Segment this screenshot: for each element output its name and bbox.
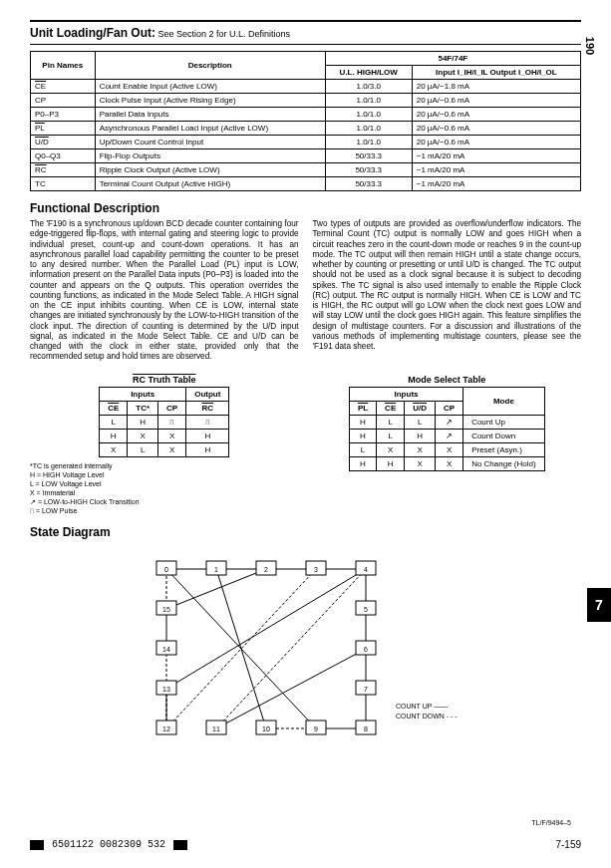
svg-text:9: 9	[314, 725, 318, 732]
svg-text:15: 15	[162, 606, 170, 613]
svg-line-13	[166, 569, 366, 689]
col-group: 54F/74F	[325, 52, 580, 66]
page-footer: 6501122 0082309 532 7-159	[30, 839, 581, 850]
mode-inputs-h: Inputs	[349, 387, 462, 401]
svg-text:12: 12	[162, 725, 170, 732]
section-title: Unit Loading/Fan Out: See Section 2 for …	[30, 20, 581, 45]
mode-select-table: InputsMode PLCEU/DCP HLL↗Count UpHLH↗Cou…	[349, 387, 545, 471]
footer-code: 6501122 0082309 532	[52, 839, 165, 850]
svg-text:13: 13	[162, 686, 170, 693]
pin-table: Pin Names Description 54F/74F U.L. HIGH/…	[30, 51, 581, 191]
table-row: PLAsynchronous Parallel Load Input (Acti…	[31, 122, 581, 136]
table-row: U/DUp/Down Count Control Input1.0/1.020 …	[31, 136, 581, 149]
svg-text:8: 8	[364, 725, 368, 732]
svg-text:10: 10	[262, 725, 270, 732]
table-row: HHXXNo Change (Hold)	[349, 456, 544, 470]
rc-inputs-h: Inputs	[100, 387, 186, 401]
rc-c3: RC	[201, 404, 213, 413]
rc-output-h: Output	[186, 387, 229, 401]
svg-line-17	[216, 569, 366, 728]
mode-mode-h: Mode	[463, 387, 544, 415]
m-c2: U/D	[413, 404, 427, 413]
rc-c0: CE	[108, 404, 119, 413]
m-c0: PL	[358, 404, 368, 413]
state-heading: State Diagram	[30, 525, 581, 539]
chapter-tab: 7	[587, 588, 611, 622]
func-col2: Two types of outputs are provided as ove…	[313, 219, 582, 363]
svg-text:1: 1	[214, 566, 218, 573]
title-main: Unit Loading/Fan Out:	[30, 26, 155, 40]
svg-line-11	[216, 649, 366, 728]
m-c1: CE	[385, 404, 396, 413]
legend-up: COUNT UP ——	[396, 703, 448, 710]
table-row: P0–P3Parallel Data Inputs1.0/1.020 µA/−0…	[31, 108, 581, 122]
figure-ref: TL/F/9494–5	[531, 819, 571, 826]
table-row: RCRipple Clock Output (Active LOW)50/33.…	[31, 163, 581, 177]
table-row: XLXH	[100, 442, 229, 456]
svg-text:6: 6	[364, 646, 368, 653]
col-pin: Pin Names	[31, 52, 96, 80]
func-col1: The 'F190 is a synchronous up/down BCD d…	[30, 219, 299, 363]
table-row: TCTerminal Count Output (Active HIGH)50/…	[31, 177, 581, 191]
table-row: HLL↗Count Up	[349, 415, 544, 429]
table-row: LXXXPreset (Asyn.)	[349, 442, 544, 456]
rc-c1: TC*	[128, 401, 158, 415]
col-io: Input I_IH/I_IL Output I_OH/I_OL	[412, 66, 580, 80]
rc-c2: CP	[158, 401, 186, 415]
table-row: CECount Enable Input (Active LOW)1.0/3.0…	[31, 80, 581, 94]
col-desc: Description	[95, 52, 325, 80]
page-number: 190	[584, 37, 596, 55]
rc-title: RC Truth Table	[30, 375, 299, 385]
svg-text:14: 14	[162, 646, 170, 653]
barcode-block2	[173, 840, 187, 850]
footer-page: 7-159	[555, 839, 581, 850]
table-notes: *TC is generated internallyH = HIGH Volt…	[30, 461, 299, 516]
col-ul: U.L. HIGH/LOW	[325, 66, 412, 80]
svg-text:11: 11	[212, 725, 220, 732]
svg-text:7: 7	[364, 686, 368, 693]
legend-down: COUNT DOWN - - -	[396, 713, 458, 720]
svg-line-10	[216, 569, 266, 728]
table-row: LH⎍⎍	[100, 415, 229, 429]
svg-text:3: 3	[314, 566, 318, 573]
mode-title: Mode Select Table	[313, 375, 582, 385]
rc-truth-table: InputsOutput CETC*CPRC LH⎍⎍HXXHXLXH	[99, 387, 229, 457]
svg-text:0: 0	[164, 566, 168, 573]
state-diagram: 0123456789101112131415 COUNT UP —— COUNT…	[137, 549, 475, 748]
table-row: Q0–Q3Flip-Flop Outputs50/33.3−1 mA/20 mA	[31, 149, 581, 163]
title-sub: See Section 2 for U.L. Definitions	[158, 29, 291, 39]
barcode-block	[30, 840, 44, 850]
table-row: CPClock Pulse Input (Active Rising Edge)…	[31, 94, 581, 108]
table-row: HLH↗Count Down	[349, 429, 544, 442]
func-heading: Functional Description	[30, 201, 581, 215]
svg-text:4: 4	[364, 566, 368, 573]
table-row: HXXH	[100, 429, 229, 442]
svg-text:2: 2	[264, 566, 268, 573]
m-c3: CP	[436, 401, 463, 415]
svg-text:5: 5	[364, 606, 368, 613]
